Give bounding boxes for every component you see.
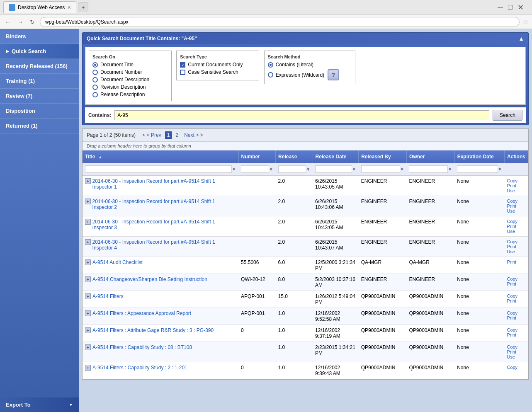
- action-use-link[interactable]: Use: [507, 229, 525, 234]
- action-print-link[interactable]: Print: [507, 204, 525, 208]
- filter-input-release-date[interactable]: [315, 165, 352, 173]
- doc-title-link[interactable]: A-9514 Audit Checklist: [92, 259, 143, 265]
- col-header-released-by[interactable]: Released By: [359, 150, 407, 163]
- radio-contains[interactable]: Contains (Literal): [268, 62, 352, 68]
- minimize-button[interactable]: ─: [498, 3, 503, 12]
- sidebar-item-review[interactable]: Review (7): [0, 89, 79, 104]
- sidebar-item-disposition[interactable]: Disposition: [0, 104, 79, 119]
- checkbox-current-docs[interactable]: ✓ Current Documents Only: [180, 62, 255, 68]
- filter-funnel-release[interactable]: ▼: [306, 167, 310, 172]
- action-copy-link[interactable]: Copy: [507, 327, 525, 332]
- expand-button[interactable]: +: [85, 239, 91, 245]
- url-input[interactable]: [40, 17, 520, 27]
- action-use-link[interactable]: Use: [507, 208, 525, 213]
- action-print-link[interactable]: Print: [507, 298, 525, 303]
- sidebar-item-binders[interactable]: Binders: [0, 29, 79, 44]
- action-copy-link[interactable]: Copy: [507, 310, 525, 315]
- radio-doc-title[interactable]: Document Title: [92, 62, 168, 68]
- filter-funnel-number[interactable]: ▼: [269, 167, 273, 172]
- filter-funnel-released-by[interactable]: ▼: [400, 167, 404, 172]
- expand-button[interactable]: +: [85, 293, 91, 299]
- expand-button[interactable]: +: [85, 219, 91, 225]
- action-print-link[interactable]: Print: [507, 281, 525, 286]
- doc-title-link[interactable]: A-9514 Filters : Appearance Approval Rep…: [92, 310, 191, 316]
- doc-title-link[interactable]: 2014-06-30 - Inspection Record for part …: [92, 199, 236, 210]
- tab-close-button[interactable]: ✕: [67, 5, 71, 10]
- filter-funnel-release-date[interactable]: ▼: [352, 167, 356, 172]
- radio-doc-number[interactable]: Document Number: [92, 69, 168, 75]
- forward-button[interactable]: →: [16, 18, 25, 26]
- radio-doc-desc[interactable]: Document Description: [92, 77, 168, 82]
- doc-title-link[interactable]: A-9514 Filters : Capability Study : 2 : …: [92, 365, 187, 371]
- doc-title-link[interactable]: A-9514 Changeover/Sharpen Die Setting In…: [92, 276, 207, 282]
- action-copy-link[interactable]: Copy: [507, 178, 525, 183]
- next-link[interactable]: Next > >: [182, 131, 205, 139]
- action-copy-link[interactable]: Copy: [507, 199, 525, 204]
- col-header-expiration-date[interactable]: Expiration Date: [454, 150, 504, 163]
- action-print-link[interactable]: Print: [507, 315, 525, 320]
- col-header-owner[interactable]: Owner: [406, 150, 454, 163]
- sidebar-item-returned[interactable]: Returned (1): [0, 119, 79, 133]
- expand-button[interactable]: +: [85, 344, 91, 350]
- sidebar-item-quick-search[interactable]: ▶ Quick Search: [0, 44, 79, 59]
- filter-funnel-title[interactable]: ▼: [232, 167, 236, 172]
- doc-title-link[interactable]: 2014-06-30 - Inspection Record for part …: [92, 178, 236, 190]
- checkbox-case-sensitive[interactable]: Case Sensitive Search: [180, 69, 255, 75]
- action-copy-link[interactable]: Copy: [507, 239, 525, 244]
- filter-input-release[interactable]: [278, 165, 306, 173]
- action-use-link[interactable]: Use: [507, 188, 525, 193]
- filter-input-released-by[interactable]: [361, 165, 400, 173]
- doc-title-link[interactable]: 2014-06-30 - Inspection Record for part …: [92, 219, 236, 230]
- action-copy-link[interactable]: Copy: [507, 293, 525, 298]
- action-copy-link[interactable]: Copy: [507, 344, 525, 349]
- action-print-link[interactable]: Print: [507, 259, 525, 264]
- col-header-release[interactable]: Release: [276, 150, 313, 163]
- search-button[interactable]: Search: [493, 110, 522, 121]
- action-print-link[interactable]: Print: [507, 349, 525, 354]
- page-1-link[interactable]: 1: [165, 131, 172, 139]
- action-copy-link[interactable]: Copy: [507, 219, 525, 224]
- refresh-button[interactable]: ↻: [28, 18, 36, 26]
- radio-expression[interactable]: Expression (Wildcard): [268, 72, 324, 78]
- expand-button[interactable]: +: [85, 327, 91, 333]
- sidebar-item-training[interactable]: Training (1): [0, 74, 79, 89]
- page-2-link[interactable]: 2: [173, 131, 180, 139]
- action-print-link[interactable]: Print: [507, 224, 525, 229]
- sidebar-item-recently-released[interactable]: Recently Released (156): [0, 59, 79, 74]
- maximize-button[interactable]: □: [508, 3, 513, 12]
- action-copy-link[interactable]: Copy: [507, 276, 525, 281]
- doc-title-link[interactable]: A-9514 Filters: [92, 293, 124, 299]
- filter-input-owner[interactable]: [409, 165, 448, 173]
- panel-collapse-button[interactable]: ▲: [518, 35, 524, 42]
- help-button[interactable]: ?: [328, 69, 339, 80]
- back-button[interactable]: ←: [3, 18, 12, 26]
- doc-title-link[interactable]: A-9514 Filters : Attribute Gage R&R Stud…: [92, 327, 214, 333]
- action-copy-link[interactable]: Copy: [507, 365, 525, 370]
- action-print-link[interactable]: Print: [507, 183, 525, 188]
- expand-button[interactable]: +: [85, 259, 91, 265]
- browser-tab[interactable]: Desktop Web Access ✕: [3, 1, 76, 13]
- action-use-link[interactable]: Use: [507, 249, 525, 254]
- new-tab-button[interactable]: +: [78, 2, 88, 12]
- bookmark-icon[interactable]: ☆: [523, 18, 529, 26]
- expand-button[interactable]: +: [85, 199, 91, 204]
- col-header-title[interactable]: Title ▲: [83, 150, 238, 163]
- expand-button[interactable]: +: [85, 310, 91, 316]
- action-use-link[interactable]: Use: [507, 354, 525, 359]
- close-button[interactable]: ✕: [517, 3, 524, 12]
- doc-title-link[interactable]: A-9514 Filters : Capability Study : 08 :…: [92, 344, 192, 350]
- action-print-link[interactable]: Print: [507, 244, 525, 249]
- filter-input-expiration[interactable]: [457, 165, 498, 173]
- doc-title-link[interactable]: 2014-06-30 - Inspection Record for part …: [92, 239, 236, 251]
- prev-link[interactable]: < < Prev: [140, 131, 163, 139]
- expand-button[interactable]: +: [85, 276, 91, 282]
- filter-input-title[interactable]: [85, 165, 232, 173]
- filter-input-number[interactable]: [241, 165, 269, 173]
- expand-button[interactable]: +: [85, 178, 91, 184]
- filter-funnel-expiration[interactable]: ▼: [498, 167, 502, 172]
- action-print-link[interactable]: Print: [507, 332, 525, 337]
- filter-funnel-owner[interactable]: ▼: [448, 167, 452, 172]
- col-header-release-date[interactable]: Release Date: [313, 150, 359, 163]
- contains-input[interactable]: [114, 110, 489, 120]
- expand-button[interactable]: +: [85, 365, 91, 371]
